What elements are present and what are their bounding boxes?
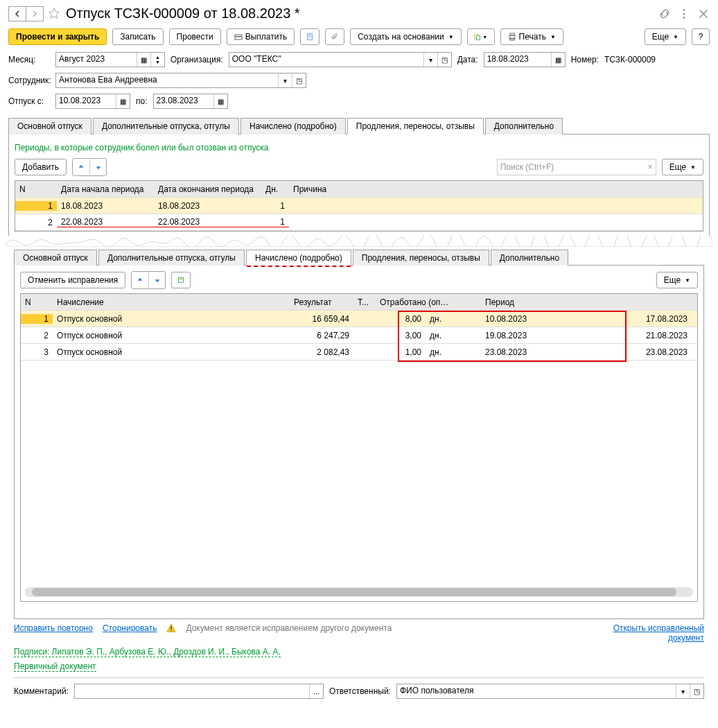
save-button[interactable]: Записать	[112, 28, 163, 45]
table-row[interactable]: 2 22.08.2023 22.08.2023 1	[15, 214, 703, 231]
month-input[interactable]: Август 2023▦▲▼	[55, 52, 165, 67]
dropdown-icon[interactable]: ▾	[278, 73, 292, 87]
svg-point-2	[683, 17, 685, 19]
open-icon[interactable]: ◳	[437, 53, 451, 67]
storno-link[interactable]: Сторнировать	[103, 623, 157, 633]
tab-main-vacation-2[interactable]: Основной отпуск	[14, 250, 97, 266]
tab-extensions[interactable]: Продления, переносы, отзывы	[347, 118, 484, 135]
dropdown-icon[interactable]: ▾	[676, 684, 690, 698]
help-button[interactable]: ?	[692, 28, 710, 45]
svg-rect-4	[235, 36, 242, 37]
tab-extensions-2[interactable]: Продления, переносы, отзывы	[353, 250, 489, 266]
dropdown-icon[interactable]: ▾	[423, 53, 437, 67]
svg-point-1	[683, 12, 685, 15]
primary-doc-link[interactable]: Первичный документ	[14, 661, 96, 672]
table-row[interactable]: 3 Отпуск основной 2 082,43 1,00 дн. 23.0…	[21, 344, 697, 361]
svg-rect-15	[171, 626, 172, 629]
calendar-icon[interactable]: ▦	[116, 94, 130, 108]
move-down-icon[interactable]	[89, 159, 106, 175]
fix-again-link[interactable]: Исправить повторно	[14, 623, 93, 633]
tab-accrued[interactable]: Начислено (подробно)	[240, 118, 346, 135]
print-button[interactable]: Печать▼	[500, 28, 563, 45]
tab-additional[interactable]: Дополнительные отпуска, отгулы	[93, 118, 239, 135]
svg-rect-9	[477, 36, 480, 40]
signatures-link[interactable]: Подписи: Липатов Э. П., Арбузова Е. Ю., …	[14, 647, 281, 657]
close-icon[interactable]	[697, 8, 710, 20]
emp-label: Сотрудник:	[8, 76, 50, 85]
more-button-2[interactable]: Еще▼	[662, 159, 703, 175]
tab-main-vacation[interactable]: Основной отпуск	[8, 118, 91, 135]
open-icon[interactable]: ◳	[690, 684, 703, 698]
pay-button[interactable]: Выплатить	[227, 28, 295, 45]
basis-icon[interactable]: ▼	[467, 28, 495, 45]
nav-back-button[interactable]	[8, 6, 26, 21]
accruals-grid: N Начисление Результат Т... Отработано (…	[20, 293, 698, 602]
comment-input[interactable]: …	[74, 684, 324, 699]
attach-icon[interactable]	[325, 28, 344, 45]
date-label: Дата:	[457, 55, 478, 64]
table-row[interactable]: 1 Отпуск основной 16 659,44 8,00 дн. 10.…	[21, 311, 697, 327]
comment-label: Комментарий:	[14, 686, 69, 696]
num-value: ТСЗК-000009	[604, 55, 656, 64]
move-up-icon[interactable]	[73, 159, 89, 175]
clear-icon[interactable]: ×	[648, 162, 653, 172]
open-fixed-doc-link[interactable]: Открыть исправленный документ	[593, 623, 704, 643]
create-based-button[interactable]: Создать на основании▼	[350, 28, 461, 45]
date-input[interactable]: 18.08.2023▦	[484, 52, 566, 67]
torn-edge	[6, 236, 712, 247]
ellipsis-icon[interactable]: …	[309, 684, 323, 698]
col-n: N	[15, 184, 57, 194]
emp-input[interactable]: Антонова Ева Андреевна▾◳	[55, 73, 306, 88]
star-icon[interactable]	[48, 8, 60, 20]
table-row[interactable]: 1 18.08.2023 18.08.2023 1	[15, 198, 703, 214]
add-button[interactable]: Добавить	[15, 159, 67, 175]
more-button-3[interactable]: Еще▼	[656, 272, 698, 288]
month-label: Месяц:	[8, 55, 50, 64]
search-input[interactable]: Поиск (Ctrl+F)×	[497, 159, 656, 175]
from-input[interactable]: 10.08.2023▦	[55, 94, 130, 109]
svg-point-0	[683, 9, 685, 11]
warning-text: Документ является исправлением другого д…	[186, 623, 392, 633]
from-label: Отпуск с:	[8, 96, 50, 106]
periods-grid: N Дата начала периода Дата окончания пер…	[15, 180, 703, 232]
org-label: Организация:	[170, 55, 223, 64]
col-end: Дата окончания периода	[154, 184, 261, 194]
tab-extra-2[interactable]: Дополнительно	[491, 250, 568, 266]
report-icon[interactable]	[300, 28, 319, 45]
open-icon[interactable]: ◳	[292, 73, 306, 87]
section-message: Периоды, в которые сотрудник болел или б…	[15, 143, 703, 153]
calendar-icon[interactable]: ▦	[213, 94, 227, 108]
post-button[interactable]: Провести	[169, 28, 221, 45]
cancel-corrections-button[interactable]: Отменить исправления	[20, 272, 125, 288]
move-up-icon[interactable]	[132, 272, 148, 288]
more-menu-icon[interactable]	[678, 8, 690, 20]
responsible-input[interactable]: ФИО пользователя▾◳	[396, 684, 704, 699]
document-title: Отпуск ТСЗК-000009 от 18.08.2023 *	[66, 6, 300, 21]
move-down-icon[interactable]	[148, 272, 165, 288]
calendar-icon[interactable]: ▦	[137, 53, 150, 67]
table-row[interactable]: 2 Отпуск основной 6 247,29 3,00 дн. 19.0…	[21, 327, 697, 344]
tab-additional-2[interactable]: Дополнительные отпуска, отгулы	[98, 250, 245, 266]
svg-rect-11	[510, 33, 514, 35]
card-icon[interactable]	[171, 272, 191, 288]
tabs-2: Основной отпуск Дополнительные отпуска, …	[14, 249, 704, 266]
nav-forward-button[interactable]	[26, 6, 44, 21]
warning-icon	[166, 623, 176, 633]
calendar-icon[interactable]: ▦	[551, 53, 565, 67]
org-input[interactable]: ООО "ТЕКС"▾◳	[229, 52, 452, 67]
num-label: Номер:	[571, 55, 599, 64]
responsible-label: Ответственный:	[329, 686, 391, 696]
col-start: Дата начала периода	[57, 184, 154, 194]
tab-accrued-2[interactable]: Начислено (подробно)	[246, 250, 351, 266]
to-label: по:	[136, 96, 148, 106]
horizontal-scrollbar[interactable]	[25, 587, 693, 597]
col-days: Дн.	[261, 184, 289, 194]
svg-rect-16	[171, 630, 172, 631]
to-input[interactable]: 23.08.2023▦	[153, 94, 228, 109]
tabs-1: Основной отпуск Дополнительные отпуска, …	[8, 117, 710, 135]
post-close-button[interactable]: Провести и закрыть	[8, 28, 107, 45]
spinner-icon[interactable]: ▲▼	[150, 53, 164, 67]
link-icon[interactable]	[658, 8, 671, 20]
tab-extra[interactable]: Дополнительно	[485, 118, 563, 135]
more-button-1[interactable]: Еще▼	[645, 28, 686, 45]
